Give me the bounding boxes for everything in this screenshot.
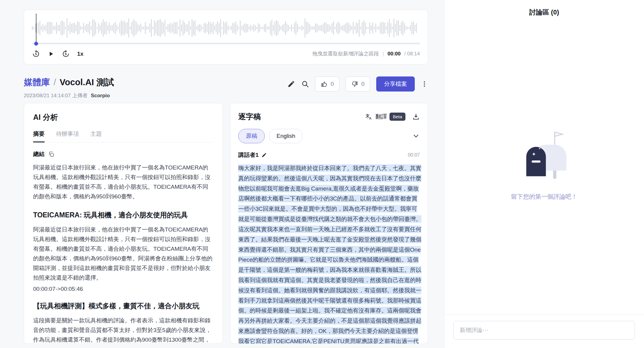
lang-pill-original[interactable]: 原稿 — [238, 129, 265, 143]
waveform-bar — [231, 26, 232, 30]
transcript-paragraph: 嗨大家好，我是阿湯那我終於從日本回來了。我們去了八天，七夜。其實真的玩得蠻累的。… — [238, 163, 422, 344]
waveform-bar — [291, 24, 292, 31]
waveform[interactable] — [32, 15, 420, 41]
waveform-bar — [91, 26, 92, 30]
tab-topics[interactable]: 主題 — [90, 130, 102, 142]
waveform-bar — [410, 25, 411, 31]
waveform-bar — [262, 27, 263, 30]
summary-section-text: 阿湯最近從日本旅行回來，他在旅行中買了一個名為TOEICAMERA的玩具相機。這… — [33, 225, 214, 282]
waveform-bar — [315, 23, 316, 33]
progress-bar[interactable] — [32, 43, 420, 44]
translate-button[interactable]: 文 A 翻譯 Beta — [365, 113, 405, 121]
waveform-bar — [47, 22, 48, 34]
waveform-bar — [124, 20, 125, 36]
svg-text:5: 5 — [65, 52, 67, 56]
waveform-bar — [187, 24, 188, 32]
waveform-bar — [363, 20, 364, 36]
waveform-bar — [100, 25, 101, 30]
waveform-bar — [177, 22, 177, 34]
waveform-bar — [335, 27, 336, 29]
waveform-bar — [333, 21, 334, 35]
waveform-region[interactable] — [32, 15, 420, 44]
breadcrumb-library-link[interactable]: 媒體庫 — [24, 76, 50, 89]
playback-speed-button[interactable]: 1x — [77, 51, 83, 57]
play-button[interactable] — [47, 50, 55, 57]
waveform-bar — [88, 24, 89, 33]
waveform-bar — [208, 21, 209, 34]
copy-summary-button[interactable] — [48, 151, 55, 157]
waveform-bar — [399, 25, 400, 31]
waveform-bar — [365, 22, 366, 34]
waveform-bar — [148, 27, 149, 29]
waveform-bar — [157, 20, 158, 36]
ai-analysis-tabs: 摘要 待辦事項 主題 — [33, 130, 214, 142]
download-transcript-button[interactable] — [412, 113, 420, 121]
waveform-bar — [283, 24, 284, 32]
breadcrumb-separator: / — [54, 77, 56, 87]
waveform-bar — [253, 24, 254, 32]
waveform-bar — [369, 22, 370, 34]
edit-speaker-button[interactable] — [261, 152, 267, 158]
waveform-bar — [393, 19, 394, 37]
waveform-bar — [289, 27, 290, 29]
waveform-bar — [211, 23, 212, 33]
comment-input[interactable] — [453, 321, 635, 340]
waveform-bar — [276, 20, 277, 36]
waveform-bar — [249, 26, 250, 29]
dislike-button[interactable]: 0 — [345, 76, 370, 92]
waveform-bar — [384, 23, 385, 34]
share-file-button[interactable]: 分享檔案 — [376, 76, 415, 92]
waveform-bar — [336, 23, 337, 33]
tab-summary[interactable]: 摘要 — [33, 130, 45, 142]
waveform-bar — [324, 22, 325, 34]
thumbs-up-icon — [321, 81, 328, 88]
waveform-bar — [279, 25, 280, 31]
waveform-bar — [265, 24, 266, 33]
waveform-bar — [44, 26, 45, 30]
forward-5-button[interactable]: 5 — [62, 50, 70, 58]
waveform-bar — [193, 21, 194, 35]
transcript-text[interactable]: 嗨大家好，我是阿湯那我終於從日本回來了。我們去了八天，七夜。其實真的玩得蠻累的。… — [238, 164, 421, 344]
waveform-bar — [71, 24, 72, 32]
waveform-bar — [288, 25, 289, 31]
waveform-bar — [329, 24, 330, 32]
waveform-bar — [280, 26, 281, 30]
summary-section2-text: 這段摘要是關於一款玩具相機的評論。作者表示，這款相機有錄影和錄音的功能，畫質和聲… — [33, 316, 214, 344]
waveform-bar — [294, 23, 295, 33]
waveform-bar — [213, 22, 214, 34]
progress-handle[interactable] — [34, 42, 38, 45]
like-button[interactable]: 0 — [315, 76, 340, 92]
collapse-button[interactable] — [412, 132, 420, 140]
waveform-bar — [222, 27, 223, 29]
translate-icon: 文 A — [365, 113, 373, 120]
waveform-bar — [52, 22, 52, 34]
waveform-bar — [190, 26, 191, 30]
waveform-bar — [240, 20, 241, 36]
waveform-bar — [74, 23, 75, 33]
waveform-bar — [65, 27, 66, 30]
lang-pill-english[interactable]: English — [269, 129, 303, 143]
waveform-bar — [174, 22, 174, 34]
waveform-bar — [234, 23, 235, 33]
edit-title-button[interactable] — [287, 80, 295, 88]
waveform-bar — [383, 22, 384, 34]
tab-todo[interactable]: 待辦事項 — [56, 130, 79, 142]
waveform-bar — [142, 27, 143, 29]
summary-label: 總結 — [33, 150, 45, 158]
waveform-bar — [166, 27, 167, 29]
waveform-bar — [154, 20, 155, 36]
playhead[interactable] — [36, 14, 36, 42]
search-button[interactable] — [301, 80, 309, 88]
waveform-bar — [86, 24, 87, 32]
waveform-bar — [314, 26, 314, 30]
waveform-bar — [198, 25, 199, 31]
edit-icon — [287, 80, 295, 88]
waveform-bar — [309, 24, 310, 32]
edit-icon — [261, 152, 267, 158]
more-options-button[interactable] — [421, 80, 428, 88]
translate-label: 翻譯 — [375, 113, 387, 121]
waveform-bar — [95, 22, 96, 34]
waveform-bar — [297, 24, 298, 32]
waveform-bar — [110, 25, 111, 31]
rewind-5-button[interactable]: 5 — [32, 50, 40, 58]
